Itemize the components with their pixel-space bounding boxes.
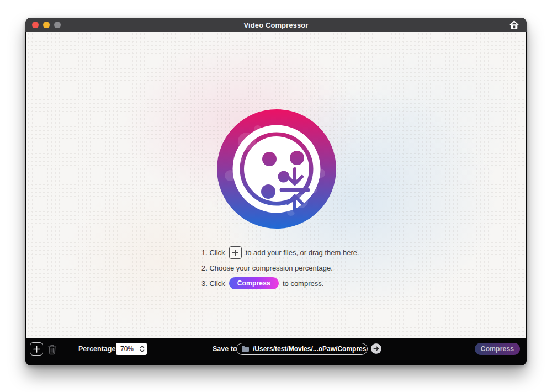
save-path-value: /Users/test/Movies/...oPaw/Compressed [253, 345, 368, 353]
title-bar: Video Compressor [25, 18, 527, 32]
close-button[interactable] [32, 22, 39, 28]
trash-icon [47, 345, 57, 355]
instruction-step-3: 3. Click Compress to compress. [201, 277, 359, 289]
arrow-right-icon [373, 346, 379, 352]
save-to-label: Save to [213, 343, 237, 355]
home-icon [509, 20, 519, 29]
add-files-button[interactable] [30, 342, 43, 356]
step3-suffix: to compress. [283, 279, 323, 288]
stepper-arrows-icon[interactable] [140, 345, 145, 353]
percentage-value: 70% [120, 345, 134, 353]
step2-text: 2. Choose your compression percentage. [201, 264, 333, 272]
zoom-button[interactable] [54, 22, 61, 28]
save-path-field[interactable]: /Users/test/Movies/...oPaw/Compressed [236, 343, 368, 355]
open-folder-button[interactable] [371, 343, 381, 354]
step3-prefix: 3. Click [201, 279, 225, 288]
traffic-lights [32, 22, 61, 28]
instruction-step-1: 1. Click to add your files, or drag them… [201, 246, 359, 258]
percentage-stepper[interactable]: 70% [116, 343, 147, 355]
instructions: 1. Click to add your files, or drag them… [201, 246, 359, 293]
instruction-step-2: 2. Choose your compression percentage. [201, 262, 359, 274]
app-window: Video Compressor [25, 18, 527, 365]
compress-button[interactable]: Compress [475, 343, 520, 355]
step1-suffix: to add your files, or drag them here. [246, 248, 359, 257]
plus-icon [33, 346, 40, 353]
minimize-button[interactable] [43, 22, 50, 28]
video-compressor-logo-icon [216, 108, 337, 230]
step1-prefix: 1. Click [201, 248, 225, 257]
add-files-icon [229, 246, 242, 259]
percentage-label: Percentage [78, 343, 115, 355]
remove-files-button[interactable] [46, 343, 57, 356]
drop-zone[interactable]: 1. Click to add your files, or drag them… [26, 32, 526, 338]
window-title: Video Compressor [25, 21, 527, 29]
home-button[interactable] [509, 20, 519, 30]
folder-icon [241, 346, 250, 352]
bottom-toolbar: Percentage 70% Save to /Users/test/Movie… [25, 338, 527, 365]
compress-button-illustration: Compress [229, 277, 279, 289]
